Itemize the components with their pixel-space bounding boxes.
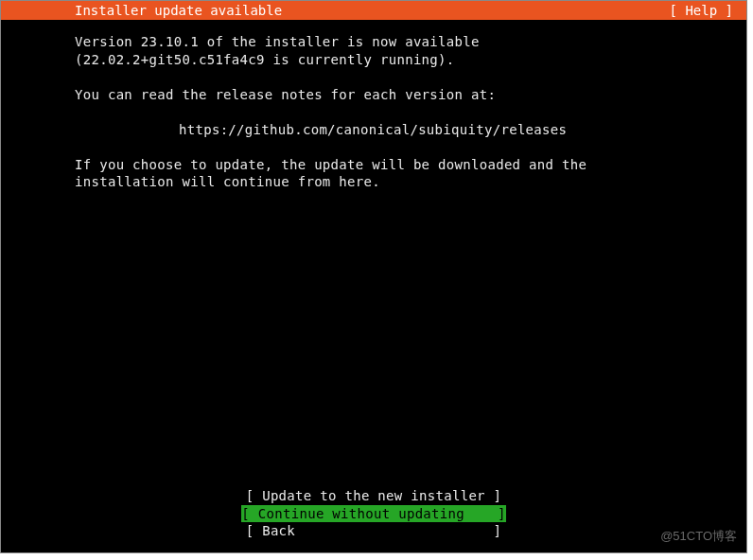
update-explanation-text: If you choose to update, the update will…	[75, 156, 673, 192]
update-installer-button[interactable]: [ Update to the new installer ]	[1, 487, 746, 504]
release-notes-url: https://github.com/canonical/subiquity/r…	[75, 121, 673, 139]
header-bar: Installer update available [ Help ]	[1, 1, 746, 20]
help-button[interactable]: [ Help ]	[670, 1, 733, 20]
action-buttons: [ Update to the new installer ] [ Contin…	[1, 487, 746, 539]
version-info-text: Version 23.10.1 of the installer is now …	[75, 33, 673, 69]
release-notes-intro: You can read the release notes for each …	[75, 86, 673, 104]
content-area: Version 23.10.1 of the installer is now …	[1, 20, 746, 191]
continue-without-updating-button[interactable]: [ Continue without updating ]	[241, 505, 505, 522]
installer-terminal: Installer update available [ Help ] Vers…	[0, 0, 747, 553]
header-title: Installer update available	[75, 1, 282, 20]
back-button[interactable]: [ Back ]	[1, 522, 746, 539]
watermark-text: @51CTO博客	[660, 528, 737, 545]
